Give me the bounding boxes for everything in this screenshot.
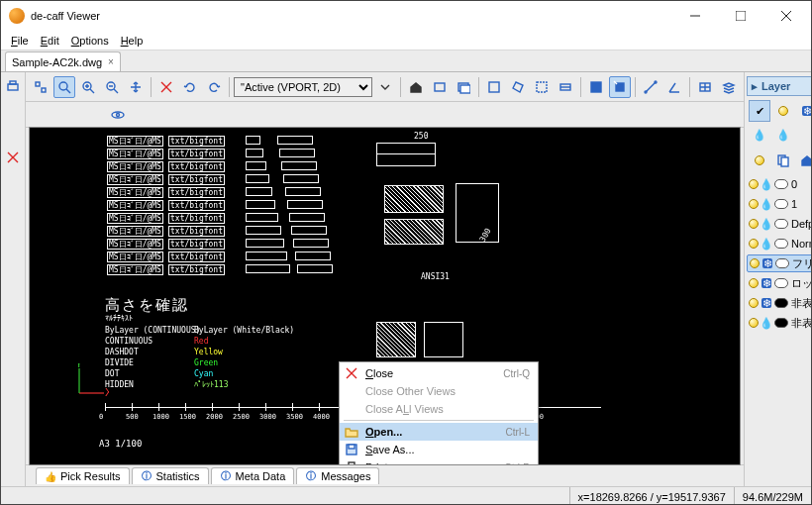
layers-header[interactable]: ▸ Layer▸: [747, 76, 812, 96]
layer-tool-row-2: [745, 148, 812, 173]
layer-row[interactable]: ❄ フリーズ画: [747, 254, 812, 272]
fit-icon[interactable]: [155, 76, 177, 98]
bulb-icon[interactable]: [772, 100, 794, 122]
document-tabs: Sample-AC2k.dwg ×: [1, 50, 811, 72]
freeze-icon: ❄: [762, 258, 772, 268]
menu-options[interactable]: Options: [65, 33, 115, 49]
maximize-button[interactable]: [718, 1, 763, 31]
layer-row[interactable]: 💧 Normal: [747, 235, 812, 252]
print-icon: [344, 459, 359, 464]
layer-row[interactable]: 💧 Defpoints: [747, 215, 812, 233]
drawing-canvas[interactable]: /* rendered below by loop */ MS日ｺﾞ日/@MSt…: [30, 128, 740, 464]
next-view-icon[interactable]: [453, 76, 474, 98]
center-area: "Active (VPORT, 2D): [26, 72, 744, 486]
layers-icon[interactable]: [718, 76, 740, 98]
tab-messages[interactable]: ⓘMessages: [296, 467, 379, 484]
print-icon[interactable]: [1, 74, 25, 98]
freeze-icon[interactable]: ❄: [796, 100, 812, 122]
secondary-bar: [26, 102, 744, 128]
layer-list: 💧 0 💧 1 💧 Defpoints 💧 Normal ❄ フリーズ画 ❄ ロ…: [745, 173, 812, 334]
scale-label: A3 1/100: [99, 439, 142, 449]
bottom-tabs: 👍Pick Results ⓘStatistics ⓘMeta Data ⓘMe…: [26, 464, 744, 486]
check-icon[interactable]: ✔: [749, 100, 770, 122]
status-memory: 94.6M/229M: [734, 487, 811, 505]
minimize-button[interactable]: [672, 1, 718, 31]
zoom-out-icon[interactable]: [101, 76, 123, 98]
color-swatch: [774, 318, 788, 328]
bulb2-icon[interactable]: [749, 150, 770, 171]
select-poly-icon[interactable]: [507, 76, 529, 98]
layer-row[interactable]: 💧 非表示画層: [747, 314, 812, 332]
annot-label: ANSI31: [421, 272, 450, 281]
info-icon: ⓘ: [305, 470, 317, 482]
svg-rect-28: [349, 462, 355, 464]
freeze-icon: ❄: [761, 298, 771, 308]
layer-row[interactable]: 💧 0: [747, 175, 812, 193]
layer-row[interactable]: ❄ 非表示かつ: [747, 294, 812, 312]
svg-text:X: X: [105, 386, 109, 398]
window-title: de-caff Viewer: [31, 10, 672, 22]
close-icon: [344, 365, 359, 381]
select-rect-icon[interactable]: [483, 76, 505, 98]
layer-name: フリーズ画: [792, 256, 812, 271]
color-swatch: [774, 278, 788, 288]
tab-meta-data[interactable]: ⓘMeta Data: [211, 467, 295, 484]
tab-close-icon[interactable]: ×: [108, 56, 114, 67]
layer-row[interactable]: ❄ ロックされ: [747, 274, 812, 292]
zoom-window-icon[interactable]: [53, 76, 75, 98]
bulb-icon: [749, 298, 759, 308]
ctx-save-as[interactable]: Save As...: [340, 441, 538, 458]
copy-icon[interactable]: [772, 150, 794, 171]
ctx-close-all: Close ALl Views: [340, 400, 538, 418]
drop-b-icon[interactable]: 💧: [772, 124, 794, 146]
drop-a-icon[interactable]: 💧: [749, 124, 770, 146]
ctx-open[interactable]: Open...Ctrl-L: [340, 423, 538, 441]
measure-icon[interactable]: [640, 76, 661, 98]
tab-pick-results[interactable]: 👍Pick Results: [36, 467, 130, 484]
doc-tab[interactable]: Sample-AC2k.dwg ×: [5, 51, 121, 71]
bulb-icon: [749, 219, 759, 229]
axis-indicator: X Y: [69, 363, 109, 405]
svg-rect-8: [435, 83, 445, 91]
bulb-icon: [749, 318, 759, 328]
home2-icon[interactable]: [796, 150, 812, 171]
close-button[interactable]: [763, 1, 809, 31]
delete-view-icon[interactable]: [1, 146, 25, 169]
view-dropdown-icon[interactable]: [374, 76, 396, 98]
ctx-close[interactable]: CloseCtrl-Q: [340, 364, 538, 382]
select-toggle-icon[interactable]: [555, 76, 576, 98]
color-swatch: [774, 179, 788, 189]
menu-file[interactable]: File: [5, 33, 35, 49]
zoom-in-icon[interactable]: [77, 76, 99, 98]
info-icon: ⓘ: [220, 470, 232, 482]
menu-help[interactable]: Help: [115, 33, 150, 49]
bulb-icon: [749, 278, 759, 288]
menu-edit[interactable]: Edit: [35, 33, 65, 49]
zoom-extent-icon[interactable]: [30, 76, 51, 98]
freeze-icon: 💧: [761, 239, 771, 249]
mode-a-icon[interactable]: [585, 76, 607, 98]
status-coords: x=18269.8266 / y=19517.9367: [569, 487, 734, 505]
svg-rect-1: [8, 84, 18, 90]
eye-icon[interactable]: [111, 108, 125, 122]
color-swatch: [774, 199, 788, 209]
grid-icon[interactable]: [694, 76, 716, 98]
angle-icon[interactable]: [663, 76, 685, 98]
layer-name: 1: [791, 198, 812, 210]
svg-point-5: [59, 82, 67, 90]
home-icon[interactable]: [405, 76, 427, 98]
rotate-right-icon[interactable]: [203, 76, 225, 98]
layer-row[interactable]: 💧 1: [747, 195, 812, 213]
select-circle-icon[interactable]: [531, 76, 553, 98]
ctx-print[interactable]: Print...Ctrl-P: [340, 458, 538, 464]
layer-name: 非表示かつ: [791, 296, 812, 311]
view-select[interactable]: "Active (VPORT, 2D): [234, 77, 372, 97]
tab-statistics[interactable]: ⓘStatistics: [132, 467, 209, 484]
title-bar: de-caff Viewer: [1, 1, 811, 31]
pan-icon[interactable]: [125, 76, 147, 98]
mode-b-icon[interactable]: [609, 76, 631, 98]
color-swatch: [775, 258, 789, 268]
prev-view-icon[interactable]: [429, 76, 451, 98]
rotate-left-icon[interactable]: [179, 76, 201, 98]
bulb-icon: [749, 199, 759, 209]
